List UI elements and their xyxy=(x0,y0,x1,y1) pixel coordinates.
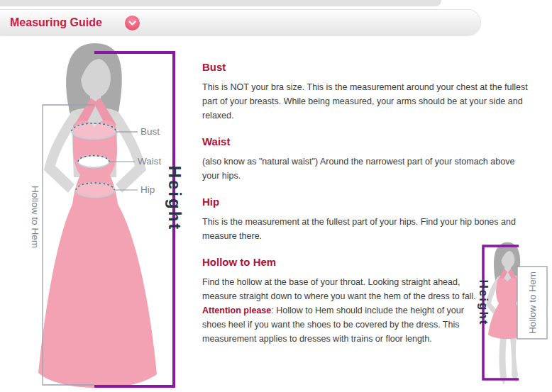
bust-description: This is NOT your bra size. This is the m… xyxy=(202,80,529,123)
hip-heading: Hip xyxy=(202,196,529,208)
chevron-glyph xyxy=(128,21,136,26)
height-label-large: Height xyxy=(165,166,184,232)
waist-ellipse xyxy=(78,156,109,168)
waist-heading: Waist xyxy=(202,135,529,147)
section-waist: Waist (also know as "natural waist") Aro… xyxy=(202,135,529,183)
bust-label: Bust xyxy=(140,126,160,137)
hollow-lead-text: Find the hollow at the base of your thro… xyxy=(202,277,476,301)
waist-description: (also know as "natural waist") Around th… xyxy=(202,155,529,183)
hollow-to-hem-description: Find the hollow at the base of your thro… xyxy=(202,275,482,346)
section-hip: Hip This is the measurement at the fulle… xyxy=(202,196,529,243)
previous-section-edge xyxy=(0,0,441,6)
section-hollow-to-hem: Hollow to Hem Find the hollow at the bas… xyxy=(202,256,529,346)
bust-heading: Bust xyxy=(202,61,529,73)
page-title: Measuring Guide xyxy=(10,16,102,29)
measuring-guide-accordion-header[interactable]: Measuring Guide xyxy=(0,9,481,35)
hollow-to-hem-label-large: Hollow to Hem xyxy=(30,186,40,248)
waist-label: Waist xyxy=(138,156,161,167)
woman-figure-large xyxy=(38,43,157,388)
hip-label: Hip xyxy=(140,184,155,195)
measuring-instructions: Bust This is NOT your bra size. This is … xyxy=(202,61,529,346)
hip-ellipse xyxy=(76,183,114,197)
hip-description: This is the measurement at the fullest p… xyxy=(202,215,529,243)
section-bust: Bust This is NOT your bra size. This is … xyxy=(202,61,529,123)
attention-label: Attention please xyxy=(202,306,271,315)
measuring-diagram-large: Bust Waist Hip Height Hollow to Hem xyxy=(20,39,197,392)
chevron-down-icon[interactable] xyxy=(125,16,140,30)
hollow-to-hem-heading: Hollow to Hem xyxy=(202,256,529,268)
bust-ellipse xyxy=(72,123,116,139)
